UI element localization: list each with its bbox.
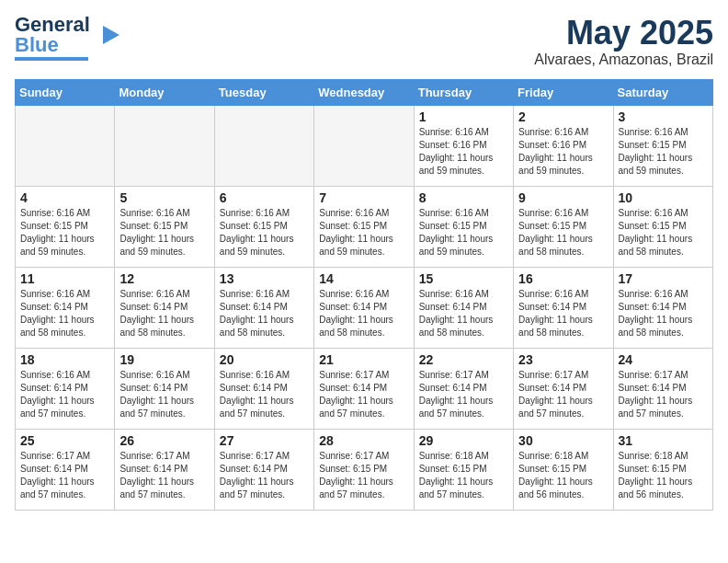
day-header-friday: Friday: [514, 79, 613, 105]
cell-info: Sunrise: 6:16 AM Sunset: 6:14 PM Dayligh…: [220, 369, 309, 420]
day-header-tuesday: Tuesday: [214, 79, 313, 105]
cell-info: Sunrise: 6:17 AM Sunset: 6:15 PM Dayligh…: [319, 450, 408, 501]
logo-text: GeneralBlue: [15, 15, 90, 55]
cell-info: Sunrise: 6:18 AM Sunset: 6:15 PM Dayligh…: [518, 450, 608, 501]
day-header-wednesday: Wednesday: [314, 79, 414, 105]
day-header-monday: Monday: [115, 79, 214, 105]
day-number: 29: [419, 433, 508, 448]
calendar-cell: 20Sunrise: 6:16 AM Sunset: 6:14 PM Dayli…: [214, 348, 313, 429]
calendar-cell: [314, 105, 414, 186]
day-number: 2: [518, 109, 608, 124]
day-number: 31: [619, 433, 708, 448]
calendar-cell: 4Sunrise: 6:16 AM Sunset: 6:15 PM Daylig…: [16, 186, 115, 267]
logo-bar: [15, 57, 88, 61]
calendar-cell: 19Sunrise: 6:16 AM Sunset: 6:14 PM Dayli…: [115, 348, 214, 429]
cell-info: Sunrise: 6:18 AM Sunset: 6:15 PM Dayligh…: [619, 450, 708, 501]
day-number: 1: [419, 109, 508, 124]
calendar-cell: 8Sunrise: 6:16 AM Sunset: 6:15 PM Daylig…: [414, 186, 513, 267]
cell-info: Sunrise: 6:17 AM Sunset: 6:14 PM Dayligh…: [220, 450, 309, 501]
calendar-cell: 7Sunrise: 6:16 AM Sunset: 6:15 PM Daylig…: [314, 186, 414, 267]
week-row-2: 4Sunrise: 6:16 AM Sunset: 6:15 PM Daylig…: [16, 186, 713, 267]
day-number: 11: [20, 271, 109, 286]
cell-info: Sunrise: 6:16 AM Sunset: 6:15 PM Dayligh…: [20, 207, 109, 259]
day-number: 6: [220, 190, 309, 205]
cell-info: Sunrise: 6:16 AM Sunset: 6:14 PM Dayligh…: [20, 369, 109, 420]
day-header-saturday: Saturday: [613, 79, 712, 105]
location: Alvaraes, Amazonas, Brazil: [534, 52, 713, 68]
cell-info: Sunrise: 6:16 AM Sunset: 6:14 PM Dayligh…: [419, 288, 508, 339]
week-row-1: 1Sunrise: 6:16 AM Sunset: 6:16 PM Daylig…: [16, 105, 713, 186]
day-number: 20: [220, 352, 309, 367]
calendar-cell: 25Sunrise: 6:17 AM Sunset: 6:14 PM Dayli…: [16, 429, 115, 510]
cell-info: Sunrise: 6:17 AM Sunset: 6:14 PM Dayligh…: [419, 369, 508, 420]
day-number: 22: [419, 352, 508, 367]
cell-info: Sunrise: 6:16 AM Sunset: 6:15 PM Dayligh…: [619, 126, 708, 178]
calendar-cell: [115, 105, 214, 186]
day-header-sunday: Sunday: [16, 79, 115, 105]
calendar-cell: 16Sunrise: 6:16 AM Sunset: 6:14 PM Dayli…: [514, 267, 613, 348]
calendar-cell: 10Sunrise: 6:16 AM Sunset: 6:15 PM Dayli…: [613, 186, 712, 267]
day-number: 9: [518, 190, 608, 205]
page-header: GeneralBlue May 2025 Alvaraes, Amazonas,…: [15, 15, 713, 68]
cell-info: Sunrise: 6:17 AM Sunset: 6:14 PM Dayligh…: [518, 369, 608, 420]
day-number: 19: [119, 352, 209, 367]
cell-info: Sunrise: 6:16 AM Sunset: 6:15 PM Dayligh…: [119, 207, 209, 259]
day-number: 23: [518, 352, 608, 367]
calendar-cell: 9Sunrise: 6:16 AM Sunset: 6:15 PM Daylig…: [514, 186, 613, 267]
calendar-cell: 23Sunrise: 6:17 AM Sunset: 6:14 PM Dayli…: [514, 348, 613, 429]
logo-icon: [94, 21, 121, 49]
cell-info: Sunrise: 6:17 AM Sunset: 6:14 PM Dayligh…: [119, 450, 209, 501]
calendar-cell: 26Sunrise: 6:17 AM Sunset: 6:14 PM Dayli…: [115, 429, 214, 510]
calendar-cell: 22Sunrise: 6:17 AM Sunset: 6:14 PM Dayli…: [414, 348, 513, 429]
calendar-cell: 28Sunrise: 6:17 AM Sunset: 6:15 PM Dayli…: [314, 429, 414, 510]
month-title: May 2025: [534, 15, 713, 52]
day-number: 7: [319, 190, 408, 205]
day-number: 13: [220, 271, 309, 286]
calendar-cell: 2Sunrise: 6:16 AM Sunset: 6:16 PM Daylig…: [514, 105, 613, 186]
cell-info: Sunrise: 6:17 AM Sunset: 6:14 PM Dayligh…: [319, 369, 408, 420]
day-number: 8: [419, 190, 508, 205]
day-number: 25: [20, 433, 109, 448]
cell-info: Sunrise: 6:16 AM Sunset: 6:14 PM Dayligh…: [20, 288, 109, 339]
cell-info: Sunrise: 6:16 AM Sunset: 6:14 PM Dayligh…: [220, 288, 309, 339]
calendar-cell: 27Sunrise: 6:17 AM Sunset: 6:14 PM Dayli…: [214, 429, 313, 510]
day-number: 26: [119, 433, 209, 448]
calendar-cell: 1Sunrise: 6:16 AM Sunset: 6:16 PM Daylig…: [414, 105, 513, 186]
week-row-3: 11Sunrise: 6:16 AM Sunset: 6:14 PM Dayli…: [16, 267, 713, 348]
day-number: 18: [20, 352, 109, 367]
title-area: May 2025 Alvaraes, Amazonas, Brazil: [534, 15, 713, 68]
calendar-cell: 6Sunrise: 6:16 AM Sunset: 6:15 PM Daylig…: [214, 186, 313, 267]
day-number: 14: [319, 271, 408, 286]
day-number: 27: [220, 433, 309, 448]
calendar-cell: 17Sunrise: 6:16 AM Sunset: 6:14 PM Dayli…: [613, 267, 712, 348]
week-row-4: 18Sunrise: 6:16 AM Sunset: 6:14 PM Dayli…: [16, 348, 713, 429]
cell-info: Sunrise: 6:17 AM Sunset: 6:14 PM Dayligh…: [20, 450, 109, 501]
cell-info: Sunrise: 6:17 AM Sunset: 6:14 PM Dayligh…: [619, 369, 708, 420]
day-number: 21: [319, 352, 408, 367]
calendar-cell: 29Sunrise: 6:18 AM Sunset: 6:15 PM Dayli…: [414, 429, 513, 510]
day-number: 4: [20, 190, 109, 205]
cell-info: Sunrise: 6:16 AM Sunset: 6:15 PM Dayligh…: [619, 207, 708, 259]
cell-info: Sunrise: 6:18 AM Sunset: 6:15 PM Dayligh…: [419, 450, 508, 501]
day-number: 15: [419, 271, 508, 286]
cell-info: Sunrise: 6:16 AM Sunset: 6:15 PM Dayligh…: [518, 207, 608, 259]
cell-info: Sunrise: 6:16 AM Sunset: 6:15 PM Dayligh…: [220, 207, 309, 259]
cell-info: Sunrise: 6:16 AM Sunset: 6:14 PM Dayligh…: [119, 369, 209, 420]
calendar-cell: 5Sunrise: 6:16 AM Sunset: 6:15 PM Daylig…: [115, 186, 214, 267]
day-number: 28: [319, 433, 408, 448]
calendar-cell: 15Sunrise: 6:16 AM Sunset: 6:14 PM Dayli…: [414, 267, 513, 348]
calendar-cell: 21Sunrise: 6:17 AM Sunset: 6:14 PM Dayli…: [314, 348, 414, 429]
day-number: 24: [619, 352, 708, 367]
day-number: 17: [619, 271, 708, 286]
calendar-cell: 12Sunrise: 6:16 AM Sunset: 6:14 PM Dayli…: [115, 267, 214, 348]
cell-info: Sunrise: 6:16 AM Sunset: 6:14 PM Dayligh…: [119, 288, 209, 339]
calendar-table: SundayMondayTuesdayWednesdayThursdayFrid…: [15, 79, 713, 511]
cell-info: Sunrise: 6:16 AM Sunset: 6:14 PM Dayligh…: [518, 288, 608, 339]
cell-info: Sunrise: 6:16 AM Sunset: 6:16 PM Dayligh…: [419, 126, 508, 178]
day-number: 16: [518, 271, 608, 286]
cell-info: Sunrise: 6:16 AM Sunset: 6:14 PM Dayligh…: [319, 288, 408, 339]
calendar-cell: 11Sunrise: 6:16 AM Sunset: 6:14 PM Dayli…: [16, 267, 115, 348]
cell-info: Sunrise: 6:16 AM Sunset: 6:15 PM Dayligh…: [419, 207, 508, 259]
day-number: 3: [619, 109, 708, 124]
header-row: SundayMondayTuesdayWednesdayThursdayFrid…: [16, 79, 713, 105]
